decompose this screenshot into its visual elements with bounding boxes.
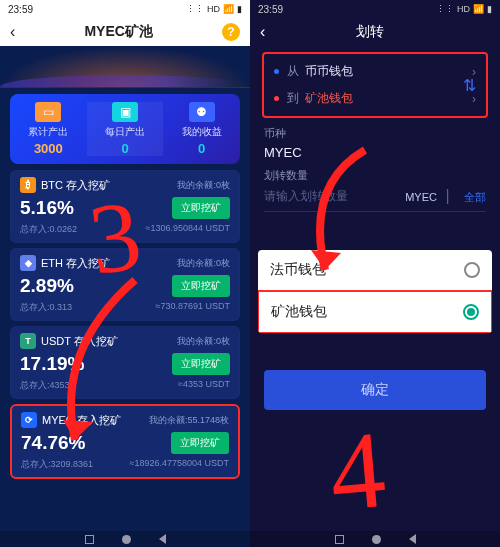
from-wallet-row[interactable]: 从 币币钱包 › (270, 58, 480, 85)
stat-total-output[interactable]: ▭ 累计产出 3000 (10, 102, 87, 156)
android-navbar (250, 531, 500, 547)
battery-icon: ▮ (237, 4, 242, 14)
help-icon[interactable]: ? (222, 23, 240, 41)
btc-rate: 5.16% (20, 197, 74, 219)
page-title: 划转 (265, 23, 474, 41)
usdt-rate: 17.19% (20, 353, 84, 375)
page-header: ‹ MYEC矿池 ? (0, 18, 250, 46)
wallet-option-pool[interactable]: 矿池钱包 (258, 290, 492, 333)
hero-banner (0, 46, 250, 88)
status-time: 23:59 (258, 4, 283, 15)
home-icon[interactable] (372, 535, 381, 544)
page-title: MYEC矿池 (15, 23, 222, 41)
wallet-icon: ▭ (35, 102, 61, 122)
mine-button-eth[interactable]: 立即挖矿 (172, 275, 230, 297)
amount-section: 划转数量 请输入划转数量 MYEC | 全部 (264, 168, 486, 212)
btc-icon: ₿ (20, 177, 36, 193)
wallet-selector: 从 币币钱包 › 到 矿池钱包 › ⇅ (262, 52, 488, 118)
swap-icon[interactable]: ⇅ (461, 76, 478, 95)
all-button[interactable]: 全部 (464, 191, 486, 203)
recent-icon[interactable] (335, 535, 344, 544)
page-header: ‹ 划转 (250, 18, 500, 46)
signal-icon: 📶 (473, 4, 484, 14)
myec-rate: 74.76% (21, 432, 85, 454)
battery-icon: ▮ (487, 4, 492, 14)
stat-daily-output[interactable]: ▣ 每日产出 0 (87, 102, 164, 156)
mine-button-usdt[interactable]: 立即挖矿 (172, 353, 230, 375)
dot-icon (274, 69, 279, 74)
eth-icon: ◆ (20, 255, 36, 271)
stat-my-earnings[interactable]: ⚉ 我的收益 0 (163, 102, 240, 156)
hd-icon: HD (207, 4, 220, 14)
wallet-picker-sheet: 法币钱包 矿池钱包 (258, 250, 492, 333)
right-screenshot: 23:59 ⋮⋮ HD 📶 ▮ ‹ 划转 从 币币钱包 › 到 矿池 (250, 0, 500, 547)
net-icon: ⋮⋮ (436, 4, 454, 14)
mine-button-btc[interactable]: 立即挖矿 (172, 197, 230, 219)
status-bar: 23:59 ⋮⋮ HD 📶 ▮ (250, 0, 500, 18)
to-wallet-row[interactable]: 到 矿池钱包 › (270, 85, 480, 112)
eth-rate: 2.89% (20, 275, 74, 297)
stats-card: ▭ 累计产出 3000 ▣ 每日产出 0 ⚉ 我的收益 0 (10, 94, 240, 164)
hd-icon: HD (457, 4, 470, 14)
coin-card-eth[interactable]: ◆ ETH 存入挖矿 我的余额:0枚 2.89% 立即挖矿 总存入:0.313 … (10, 248, 240, 321)
signal-icon: 📶 (223, 4, 234, 14)
back-nav-icon[interactable] (159, 534, 166, 544)
recent-icon[interactable] (85, 535, 94, 544)
coin-card-btc[interactable]: ₿ BTC 存入挖矿 我的余额:0枚 5.16% 立即挖矿 总存入:0.0262… (10, 170, 240, 243)
home-icon[interactable] (122, 535, 131, 544)
back-nav-icon[interactable] (409, 534, 416, 544)
coin-card-myec[interactable]: ⟳ MYEC 存入挖矿 我的余额:55.1748枚 74.76% 立即挖矿 总存… (10, 404, 240, 479)
user-icon: ⚉ (189, 102, 215, 122)
left-screenshot: 23:59 ⋮⋮ HD 📶 ▮ ‹ MYEC矿池 ? ▭ 累计产出 3000 ▣… (0, 0, 250, 547)
net-icon: ⋮⋮ (186, 4, 204, 14)
usdt-icon: T (20, 333, 36, 349)
wallet-option-fiat[interactable]: 法币钱包 (258, 250, 492, 291)
amount-input[interactable]: 请输入划转数量 (264, 188, 348, 205)
radio-icon (464, 262, 480, 278)
android-navbar (0, 531, 250, 547)
mine-button-myec[interactable]: 立即挖矿 (171, 432, 229, 454)
currency-section[interactable]: 币种 MYEC (264, 126, 486, 160)
confirm-button[interactable]: 确定 (264, 370, 486, 410)
status-bar: 23:59 ⋮⋮ HD 📶 ▮ (0, 0, 250, 18)
dot-icon (274, 96, 279, 101)
coin-card-usdt[interactable]: T USDT 存入挖矿 我的余额:0枚 17.19% 立即挖矿 总存入:4353… (10, 326, 240, 399)
myec-icon: ⟳ (21, 412, 37, 428)
status-time: 23:59 (8, 4, 33, 15)
radio-on-icon (463, 304, 479, 320)
box-icon: ▣ (112, 102, 138, 122)
